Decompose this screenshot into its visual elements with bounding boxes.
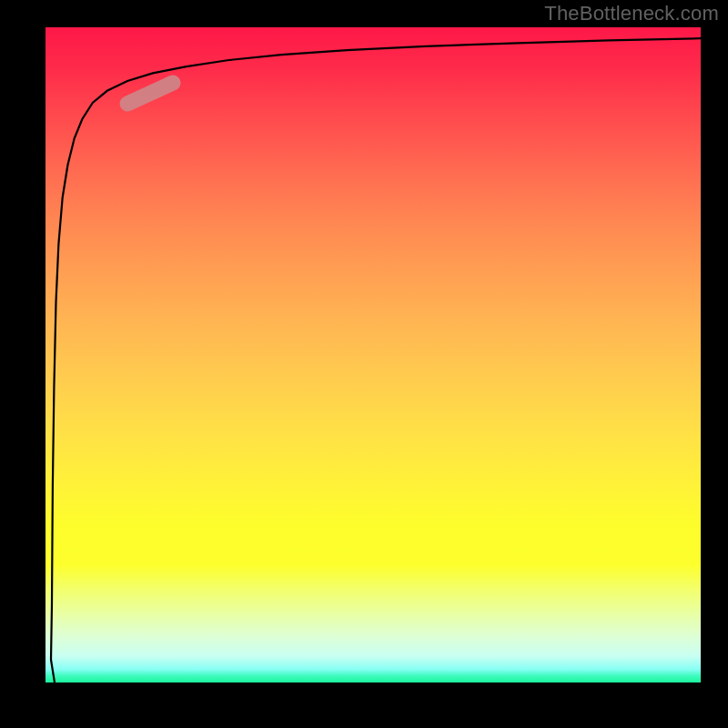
plot-area [46, 27, 701, 682]
curve-marker [127, 83, 173, 104]
watermark-text: TheBottleneck.com [544, 2, 719, 25]
chart-svg [46, 27, 701, 682]
chart-frame: TheBottleneck.com [0, 0, 728, 728]
curve-initial-drop [51, 660, 55, 682]
bottleneck-curve [51, 38, 701, 660]
